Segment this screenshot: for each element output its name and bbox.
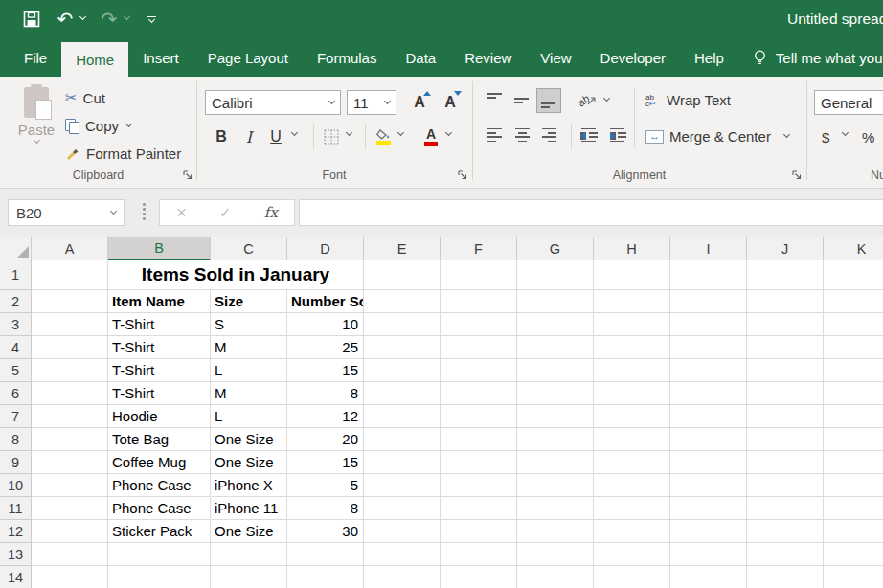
cell-C13[interactable] [211,543,287,566]
tab-home[interactable]: Home [61,42,128,77]
cell-C7[interactable]: L [211,405,287,428]
column-header-E[interactable]: E [364,237,441,260]
underline-dropdown-icon[interactable] [291,129,298,136]
cell-E5[interactable] [364,359,441,382]
cell-K11[interactable] [824,497,883,520]
cell-H11[interactable] [594,497,670,520]
currency-dropdown-icon[interactable] [842,129,849,136]
cell-K3[interactable] [824,313,883,336]
cell-B6[interactable]: T-Shirt [108,382,211,405]
cell-I2[interactable] [670,290,747,313]
cell-A1[interactable] [32,260,108,290]
cell-H14[interactable] [594,566,670,588]
cell-F4[interactable] [441,336,517,359]
row-header-4[interactable]: 4 [0,336,32,359]
column-header-A[interactable]: A [32,237,108,260]
cell-E4[interactable] [364,336,441,359]
tab-view[interactable]: View [526,38,585,77]
percent-button[interactable]: % [862,123,874,151]
cell-I9[interactable] [670,451,747,474]
cell-H10[interactable] [594,474,670,497]
cell-I10[interactable] [670,474,747,497]
cell-A14[interactable] [32,566,108,588]
cell-J3[interactable] [747,313,824,336]
undo-dropdown-icon[interactable] [79,13,86,20]
cell-A8[interactable] [32,428,108,451]
cell-H2[interactable] [594,290,670,313]
cell-F9[interactable] [441,451,517,474]
decrease-font-size-button[interactable]: A [437,90,464,115]
paste-button[interactable]: Paste [13,85,59,166]
cell-G11[interactable] [517,497,594,520]
cell-A3[interactable] [32,313,108,336]
tab-formulas[interactable]: Formulas [303,38,392,77]
tab-review[interactable]: Review [450,38,526,77]
cell-A12[interactable] [32,520,108,543]
tab-page-layout[interactable]: Page Layout [193,38,303,77]
cell-F7[interactable] [441,405,517,428]
cell-D14[interactable] [287,566,364,588]
number-format-combo[interactable]: General [814,90,883,115]
cell-H12[interactable] [594,520,670,543]
cell-I11[interactable] [670,497,747,520]
cell-E2[interactable] [364,290,441,313]
cell-K9[interactable] [824,451,883,474]
row-header-3[interactable]: 3 [0,313,32,336]
cell-G7[interactable] [517,405,594,428]
tab-insert[interactable]: Insert [128,38,193,77]
cell-I13[interactable] [670,543,747,566]
cell-C10[interactable]: iPhone X [211,474,287,497]
cell-E3[interactable] [364,313,441,336]
cell-A4[interactable] [32,336,108,359]
cell-K14[interactable] [824,566,883,588]
cell-C9[interactable]: One Size [211,451,287,474]
cell-B5[interactable]: T-Shirt [108,359,211,382]
row-header-14[interactable]: 14 [0,566,32,588]
cancel-icon[interactable]: × [176,203,187,223]
cell-D13[interactable] [287,543,364,566]
cell-J13[interactable] [747,543,824,566]
bottom-align-button[interactable] [536,88,561,113]
merged-title-cell[interactable]: Items Sold in January [108,260,364,290]
cell-B8[interactable]: Tote Bag [108,428,211,451]
cell-H5[interactable] [594,359,670,382]
cell-A6[interactable] [32,382,108,405]
cell-K5[interactable] [824,359,883,382]
cell-D9[interactable]: 15 [287,451,364,474]
cell-I1[interactable] [670,260,747,290]
cell-G12[interactable] [517,520,594,543]
row-header-11[interactable]: 11 [0,497,32,520]
alignment-dialog-launcher[interactable] [791,170,803,181]
underline-button[interactable]: U [265,123,286,151]
cell-J10[interactable] [747,474,824,497]
cell-G2[interactable] [517,290,594,313]
cell-C4[interactable]: M [211,336,287,359]
borders-dropdown-icon[interactable] [346,129,352,136]
fill-color-dropdown-icon[interactable] [397,129,404,136]
increase-indent-button[interactable] [605,123,630,147]
cell-J9[interactable] [747,451,824,474]
cell-D7[interactable]: 12 [287,405,364,428]
cell-D6[interactable]: 8 [287,382,364,405]
font-name-combo[interactable]: Calibri [205,90,341,115]
cell-G13[interactable] [517,543,594,566]
row-header-13[interactable]: 13 [0,543,32,566]
insert-function-icon[interactable]: fx [264,204,278,221]
name-box[interactable]: B20 [8,199,125,226]
cell-F1[interactable] [441,260,517,290]
copy-button[interactable]: Copy [65,115,131,136]
cell-J8[interactable] [747,428,824,451]
cell-B14[interactable] [108,566,211,588]
cell-E11[interactable] [364,497,441,520]
cell-G14[interactable] [517,566,594,588]
tell-me-box[interactable]: Tell me what you w [776,38,883,77]
fill-color-button[interactable] [374,123,393,151]
select-all-corner[interactable] [0,237,32,260]
cell-G6[interactable] [517,382,594,405]
cell-K10[interactable] [824,474,883,497]
cell-J2[interactable] [747,290,824,313]
cell-I7[interactable] [670,405,747,428]
cell-H8[interactable] [594,428,670,451]
cell-H1[interactable] [594,260,670,290]
cell-G10[interactable] [517,474,594,497]
